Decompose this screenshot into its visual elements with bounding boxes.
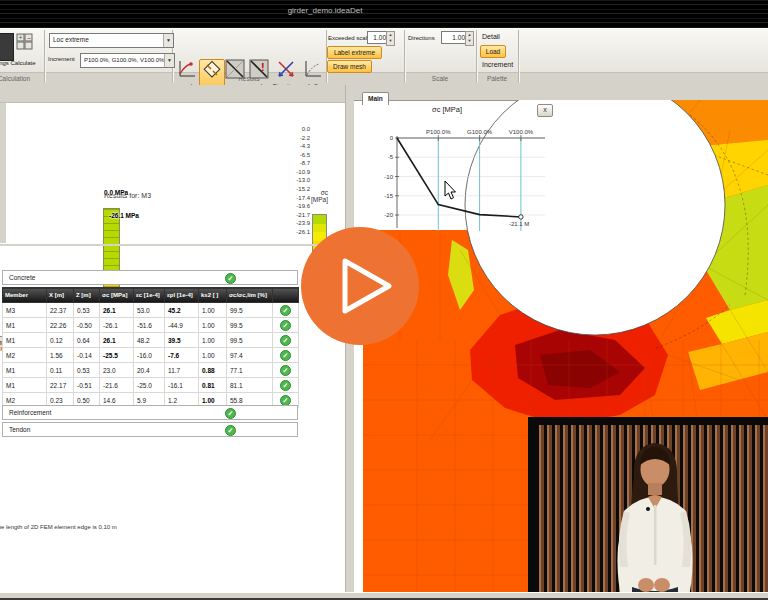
table-cell: 20.4 (134, 363, 165, 378)
table-row[interactable]: M322.370.5326.153.045.21.0099.5✓ (3, 303, 299, 318)
svg-text:!: ! (261, 61, 265, 73)
table-cell: -25.5 (100, 348, 134, 363)
table-cell: 1.56 (47, 348, 74, 363)
check-icon: ✓ (225, 273, 236, 284)
table-cell: 22.37 (47, 303, 74, 318)
increment-label: Increment (48, 56, 75, 62)
directions-scale-spinner[interactable]: ▲▼ (465, 31, 474, 46)
eps-c-icon (225, 59, 245, 79)
check-icon: ✓ (280, 335, 291, 346)
table-cell: 39.5 (165, 333, 199, 348)
legend-value: 0.0 (282, 126, 310, 132)
mouse-cursor (444, 181, 458, 201)
close-icon[interactable]: x (537, 104, 553, 117)
reinforcement-section-label: Reinforcement (9, 409, 51, 416)
column-header[interactable]: Member (3, 288, 47, 303)
tendon-section-label: Tendon (9, 426, 30, 433)
table-row[interactable]: M122.17-0.51-21.6-25.0-16.10.8181.1✓ (3, 378, 299, 393)
chevron-down-icon[interactable]: ▼ (164, 54, 174, 67)
column-header[interactable] (273, 288, 299, 303)
check-icon: ✓ (280, 380, 291, 391)
table-cell: M1 (3, 318, 47, 333)
column-header[interactable]: εpl [1e-4] (165, 288, 199, 303)
chevron-down-icon[interactable]: ▼ (163, 34, 173, 47)
ribbon-divider (44, 30, 45, 83)
directions-scale-label: Directions (408, 35, 435, 41)
main-panel-tabstrip: Main (354, 85, 768, 101)
presenter-video[interactable] (528, 417, 768, 600)
status-cell: ✓ (273, 333, 299, 348)
legend-value: -6.5 (282, 152, 310, 158)
check-icon: ✓ (280, 395, 291, 406)
table-cell: 23.0 (100, 363, 134, 378)
chart-ytick-label: -20 (384, 212, 393, 218)
table-row[interactable]: M10.110.5323.020.411.70.8877.1✓ (3, 363, 299, 378)
table-cell: 0.12 (47, 333, 74, 348)
group-label-palette: Palette (476, 75, 518, 82)
draw-mesh-button[interactable]: Draw mesh (327, 60, 372, 73)
legend-band (313, 215, 326, 224)
table-header-row: MemberX [m]Z [m]σc [MPa]εc [1e-4]εpl [1e… (3, 288, 299, 303)
legend-value: -10.9 (282, 169, 310, 175)
chart-series-line (397, 138, 521, 217)
directions-icon (276, 59, 296, 79)
table-cell: -44.9 (165, 318, 199, 333)
table-cell: 1.00 (199, 318, 227, 333)
table-row[interactable]: M122.26-0.50-26.1-51.6-44.91.0099.5✓ (3, 318, 299, 333)
palette-item-increment[interactable]: Increment (480, 59, 520, 70)
calculate-icon[interactable]: +− (16, 33, 33, 50)
calculate-button-label[interactable]: Calculate (2, 60, 44, 66)
chart-ytick-label: -10 (384, 174, 393, 180)
chart-xtick-label: G100.0% (467, 129, 493, 135)
ks2-icon (303, 59, 323, 79)
fem-note-text: The length of 2D FEM element edge is 0.1… (0, 524, 117, 530)
table-row[interactable]: M21.56-0.14-25.5-16.0-7.61.0097.4✓ (3, 348, 299, 363)
table-cell: 0.53 (74, 303, 100, 318)
chart-xtick-label: V100.0% (509, 129, 534, 135)
column-header[interactable]: X [m] (47, 288, 74, 303)
tendon-section-bar[interactable]: Tendon ✓ (2, 422, 298, 437)
play-button[interactable] (301, 227, 419, 345)
column-header[interactable]: σc [MPa] (100, 288, 134, 303)
table-cell: 99.5 (227, 318, 273, 333)
presenter-person (528, 417, 768, 600)
window-title: girder_demo.ideaDet (240, 6, 410, 15)
table-cell: 81.1 (227, 378, 273, 393)
loc-extreme-dropdown[interactable]: Loc extreme ▼ (49, 33, 174, 48)
palette-item-detail[interactable]: Detail (480, 31, 520, 42)
table-cell: 45.2 (165, 303, 199, 318)
left-results-panel: Results for: M3 0.0 MPa -26.1 MPa σc [MP… (0, 85, 345, 592)
legend-value: -19.6 (282, 203, 310, 209)
chart-ytick-label: 0 (390, 135, 394, 141)
reinforcement-section-bar[interactable]: Reinforcement ✓ (2, 405, 298, 420)
increment-dropdown[interactable]: P100.0%, G100.0%, V100.0% ▼ (80, 53, 175, 68)
bar-zero-label: 0.0 MPa (104, 189, 128, 196)
legend-value: -4.3 (282, 143, 310, 149)
table-cell: M1 (3, 378, 47, 393)
check-icon: ✓ (280, 350, 291, 361)
app-window: girder_demo.ideaDet Calculation Results … (0, 0, 768, 600)
panel-splitter[interactable] (0, 244, 345, 246)
exceeded-scale-spinner[interactable]: ▲▼ (386, 31, 395, 46)
table-cell: 0.88 (199, 363, 227, 378)
table-cell: -7.6 (165, 348, 199, 363)
table-row[interactable]: M10.120.6426.148.239.51.0099.5✓ (3, 333, 299, 348)
table-cell: 97.4 (227, 348, 273, 363)
legend-value: -8.7 (282, 160, 310, 166)
table-cell: 1.00 (199, 303, 227, 318)
column-header[interactable]: ks2 [ ] (199, 288, 227, 303)
table-cell: 0.64 (74, 333, 100, 348)
ribbon-toolbar: Calculation Results Scale Palette Settin… (0, 28, 768, 86)
check-icon: ✓ (225, 408, 236, 419)
palette-item-load[interactable]: Load (480, 45, 506, 58)
table-cell: M2 (3, 348, 47, 363)
column-header[interactable]: Z [m] (74, 288, 100, 303)
label-extreme-button[interactable]: Label extreme (327, 46, 382, 59)
column-header[interactable]: εc [1e-4] (134, 288, 165, 303)
column-header[interactable]: σc/σc,lim [%] (227, 288, 273, 303)
concrete-section-bar[interactable]: Concrete ✓ (2, 270, 298, 285)
settings-icon[interactable] (0, 33, 14, 61)
legend-value: -13.0 (282, 177, 310, 183)
directions-scale-input[interactable]: 1.00 (441, 31, 468, 44)
table-cell: 48.2 (134, 333, 165, 348)
